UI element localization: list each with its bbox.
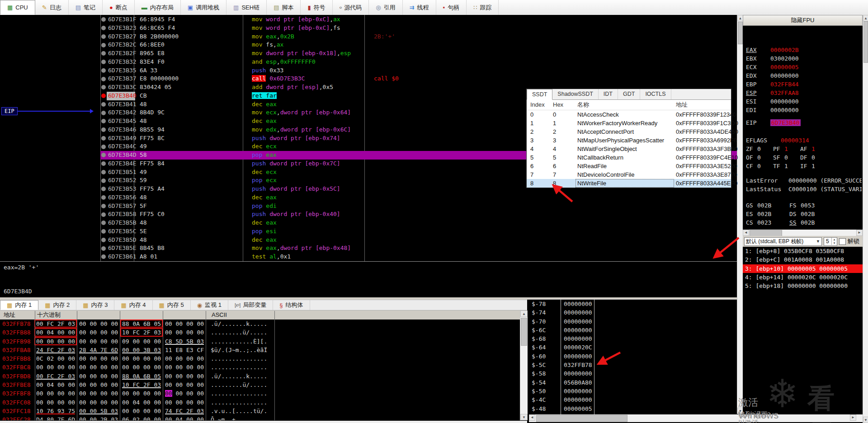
stack-row[interactable]: $-5C032FFB78 [529, 361, 737, 369]
stack-row[interactable]: $-5800000000 [529, 369, 737, 378]
spinner-arrows-icon[interactable]: ▲▼ [831, 238, 837, 245]
ssdt-tab-ioctls[interactable]: IOCTLS [640, 89, 671, 99]
breakpoint-dot[interactable] [100, 24, 107, 33]
toolbar-tab-cpu[interactable]: ▦CPU [0, 0, 35, 15]
disasm-row[interactable]: 6D7E3B356A 33push 0x33 [0, 66, 737, 75]
breakpoint-dot[interactable] [100, 160, 107, 168]
dump-row[interactable]: 032FFC1810 76 93 7500 00 5B 0300 00 00 0… [0, 407, 520, 415]
convention-dropdown[interactable]: 默认 (stdcall, EBP 栈帧) ▼ [744, 237, 822, 246]
scroll-right-icon[interactable]: ► [850, 414, 856, 421]
toolbar-tab-references[interactable]: ◎引用 [369, 0, 402, 15]
breakpoint-dot[interactable] [100, 227, 107, 236]
breakpoint-dot[interactable] [100, 126, 107, 134]
stack-row[interactable]: $-4C00000000 [529, 395, 737, 404]
hide-fpu-button[interactable]: 隐藏FPU [743, 15, 863, 26]
dump-tab-memory-4[interactable]: ▦内存 4 [114, 300, 152, 310]
dump-tab-watch-1[interactable]: ◉监视 1 [191, 300, 228, 310]
ssdt-row[interactable]: 22NtAcceptConnectPort0xFFFFF8033A4DE450 [527, 127, 731, 136]
breakpoint-dot[interactable] [100, 244, 107, 253]
depth-spinner[interactable]: 5 ▲▼ [824, 237, 837, 246]
breakpoint-dot[interactable] [100, 66, 107, 75]
dump-tab-memory-5[interactable]: ▦内存 5 [153, 300, 191, 310]
disassembly-scrollbar[interactable]: ▲ ▼ [737, 15, 743, 414]
toolbar-tab-trace[interactable]: ∷跟踪 [467, 0, 499, 15]
toolbar-tab-source[interactable]: ‹›源代码 [333, 0, 369, 15]
memory-dump-rows[interactable]: 032FFB7800 FC 2F 0300 00 00 0088 0A 6B 0… [0, 320, 520, 420]
toolbar-tab-memory-map[interactable]: ▬内存布局 [135, 0, 181, 15]
breakpoint-dot[interactable] [100, 33, 107, 41]
breakpoint-dot[interactable] [100, 253, 107, 261]
breakpoint-dot[interactable] [100, 236, 107, 244]
dump-row[interactable]: 032FFB9800 00 00 0000 00 00 0009 00 00 0… [0, 337, 520, 346]
breakpoint-dot[interactable] [100, 41, 107, 49]
breakpoint-dot[interactable] [100, 83, 107, 92]
toolbar-tab-threads[interactable]: ⇉线程 [403, 0, 436, 15]
breakpoint-dot[interactable] [100, 15, 107, 24]
ssdt-tab-shadowssdt[interactable]: ShadowSSDT [552, 89, 599, 99]
disasm-row[interactable]: 6D7E3B3283E4 F0and esp,0xFFFFFFF0 [0, 58, 737, 66]
stack-row[interactable]: $-6C00000000 [529, 326, 737, 334]
disasm-row[interactable]: 6D7E3B5D48dec eax [0, 236, 737, 244]
scroll-down-icon[interactable]: ▼ [520, 414, 528, 420]
stack-arg-row[interactable]: 3: [ebp+10] 00000005 00000005 [743, 264, 863, 273]
stack-row[interactable]: $-7400000000 [529, 308, 737, 317]
scroll-left-icon[interactable]: ◄ [529, 414, 535, 421]
dump-row[interactable]: 032FFBD800 FC 2F 0300 00 00 0088 0A 6B 0… [0, 372, 520, 381]
breakpoint-dot[interactable] [100, 210, 107, 219]
stack-row[interactable]: $-4800000005 [529, 404, 737, 413]
stack-arg-row[interactable]: 1: [ebp+8] 035B0CF8 035B0CF8 [743, 247, 863, 255]
ssdt-row[interactable]: 77NtDeviceIoControlFile0xFFFFF8033A3E877… [527, 170, 731, 179]
toolbar-tab-log[interactable]: ✎日志 [35, 0, 69, 15]
toolbar-tab-handles[interactable]: ▪句柄 [436, 0, 467, 15]
ssdt-tab-ssdt[interactable]: SSDT [527, 89, 552, 100]
breakpoint-dot[interactable] [100, 185, 107, 193]
breakpoint-dot[interactable] [100, 58, 107, 66]
dump-tab-memory-2[interactable]: ▦内存 2 [38, 300, 76, 310]
breakpoint-dot-eip[interactable] [100, 92, 107, 100]
dump-row[interactable]: 032FFBA824 FC 2F 0328 4A 7E 6D00 00 3B 0… [0, 346, 520, 354]
ssdt-row[interactable]: 11NtWorkerFactoryWorkerReady0xFFFFF80339… [527, 119, 731, 127]
stack-arg-row[interactable]: 4: [ebp+14] 0000020C 0000020C [743, 273, 863, 282]
disasm-row[interactable]: 6D7E3B5C5Epop esi [0, 227, 737, 236]
unlock-checkbox[interactable] [839, 238, 846, 245]
breakpoint-dot[interactable] [100, 134, 107, 143]
disasm-row[interactable]: 6D7E3B575Fpop edi [0, 202, 737, 211]
scrollbar-handle[interactable] [750, 230, 782, 236]
stack-arg-row[interactable]: 5: [ebp+18] 00000000 00000000 [743, 282, 863, 290]
registers-hscrollbar[interactable]: ◄ ► [743, 230, 863, 236]
scroll-up-icon[interactable]: ▲ [863, 15, 868, 21]
breakpoint-dot[interactable] [100, 219, 107, 227]
scrollbar-handle[interactable] [521, 318, 527, 346]
dump-scrollbar[interactable]: ▲ ▼ [520, 310, 528, 420]
disasm-row[interactable]: 6D7E3B5B48dec eax [0, 219, 737, 227]
breakpoint-dot[interactable] [100, 168, 107, 177]
toolbar-tab-breakpoints[interactable]: ●断点 [103, 0, 135, 15]
dump-row[interactable]: 032FFB8800 04 00 0000 00 00 0010 FC 2F 0… [0, 328, 520, 337]
ssdt-row[interactable]: 55NtCallbackReturn0xFFFFF80339FC4E10 [527, 153, 731, 162]
dump-row[interactable]: 032FFC0800 00 00 0000 00 00 0000 04 00 0… [0, 398, 520, 407]
scroll-right-icon[interactable]: ► [856, 230, 863, 236]
dump-row[interactable]: 032FFB7800 FC 2F 0300 00 00 0088 0A 6B 0… [0, 320, 520, 328]
stack-row[interactable]: $-54056B0A80 [529, 378, 737, 387]
dump-row[interactable]: 032FFBC800 00 00 0000 00 00 0000 00 00 0… [0, 363, 520, 371]
scroll-up-icon[interactable]: ▲ [520, 310, 528, 317]
stack-row[interactable]: $-7000000000 [529, 317, 737, 326]
dump-tab-struct[interactable]: §结构体 [273, 300, 310, 310]
toolbar-tab-symbols[interactable]: ▮符号 [301, 0, 332, 15]
toolbar-tab-script[interactable]: ▤脚本 [267, 0, 301, 15]
disasm-row[interactable]: 6D7E3B2C66:8EE0mov fs,ax [0, 41, 737, 49]
disasm-row[interactable]: 6D7E3B2F8965 E8mov dword ptr [ebp-0x18],… [0, 49, 737, 58]
dump-row[interactable]: 032FFBF800 00 00 0000 00 00 0000 00 00 0… [0, 389, 520, 398]
dump-tab-local-vars[interactable]: [x=]局部变量 [228, 300, 273, 310]
scroll-down-icon[interactable]: ▼ [863, 417, 868, 423]
dump-tab-memory-1[interactable]: ▦内存 1 [0, 300, 38, 310]
scrollbar-handle[interactable] [738, 22, 743, 44]
disasm-row[interactable]: 6D7E3B58FF75 C0push dword ptr [ebp-0x40] [0, 210, 737, 219]
disasm-row[interactable]: 6D7E3B5648dec eax [0, 193, 737, 202]
breakpoint-dot[interactable] [100, 108, 107, 117]
ssdt-row[interactable]: 66NtReadFile0xFFFFF8033A3E5220 [527, 162, 731, 170]
disasm-row[interactable]: 6D7E3B5E8B45 B8mov eax,dword ptr [ebp-0x… [0, 244, 737, 253]
disasm-row[interactable]: 6D7E3B27B8 2B000000mov eax,0x2B2B:'+' [0, 33, 737, 41]
disasm-row[interactable]: 6D7E3B61A8 01test al,0x1 [0, 253, 737, 261]
stack-row[interactable]: $-7800000000 [529, 300, 737, 308]
